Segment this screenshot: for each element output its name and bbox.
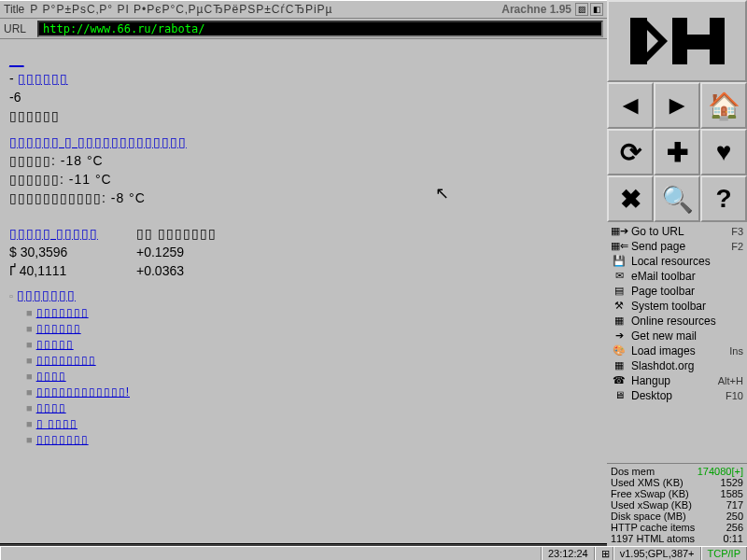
status-icon: ⊞ xyxy=(595,547,613,560)
weather-3: ▯▯▯▯▯▯▯▯▯▯▯: -8 °C xyxy=(9,190,598,205)
stat-value: 717 xyxy=(726,499,743,511)
add-button[interactable]: ✚ xyxy=(654,129,700,175)
title-icon-1[interactable]: ▨ xyxy=(575,3,588,16)
stat-row: Used xSwap (KB)717 xyxy=(611,499,743,511)
text-glyph-1: ▯▯▯▯▯▯ xyxy=(9,108,598,123)
status-version: v1.95;GPL,387+ xyxy=(613,547,701,560)
stat-row: Dos mem174080[+] xyxy=(611,466,743,477)
bullet-icon: ■ xyxy=(26,323,33,334)
list-head-link[interactable]: ▯▯▯▯▯▯▯ xyxy=(17,287,76,302)
rate-eur: Ґ 40,1111 xyxy=(9,263,121,278)
menu-item[interactable]: ▦➔Go to URLF3 xyxy=(607,224,747,239)
list-item[interactable]: ▯▯▯▯▯▯▯▯ xyxy=(36,354,96,367)
bullet-icon: ■ xyxy=(26,434,33,445)
menu-item[interactable]: ▦⇐Send pageF2 xyxy=(607,239,747,254)
menu-item[interactable]: ⚒System toolbar xyxy=(607,299,747,314)
stats-panel: Dos mem174080[+]Used XMS (KB)1529Free xS… xyxy=(607,463,747,546)
link-1[interactable]: ▯▯▯▯▯▯ xyxy=(18,71,68,86)
menu-label: Load images xyxy=(631,344,729,357)
list-item[interactable]: ▯▯▯▯▯ xyxy=(36,338,74,351)
stat-row: Used XMS (KB)1529 xyxy=(611,477,743,488)
stat-value: 250 xyxy=(726,511,743,522)
menu-icon: 🎨 xyxy=(611,344,627,357)
list-item[interactable]: ▯▯▯▯▯▯▯ xyxy=(36,306,89,319)
menu-list: ▦➔Go to URLF3▦⇐Send pageF2💾Local resourc… xyxy=(607,222,747,463)
stat-row: Disk space (MB)250 xyxy=(611,511,743,522)
url-input[interactable] xyxy=(37,21,603,37)
stat-label: Used XMS (KB) xyxy=(611,477,684,488)
menu-shortcut: Ins xyxy=(729,345,743,357)
menu-item[interactable]: ▤Page toolbar xyxy=(607,284,747,299)
bullet-icon: ■ xyxy=(26,402,33,413)
stat-value: 1529 xyxy=(721,477,743,488)
list-item[interactable]: ▯ ▯▯▯▯ xyxy=(36,417,78,430)
rate-eur-delta: +0.0363 xyxy=(136,263,184,278)
bullet-icon: ■ xyxy=(26,339,33,350)
home-button[interactable]: 🏠 xyxy=(700,82,747,129)
stat-label: HTTP cache items xyxy=(611,522,695,533)
favorite-button[interactable]: ♥ xyxy=(700,129,747,175)
close-button[interactable]: ✖ xyxy=(607,175,654,222)
page-title: Р Р°Р±РѕС‚Р° РІ Р•РєР°С‚РµСЂРёРЅР±СѓСЂРі… xyxy=(30,3,501,16)
menu-label: Hangup xyxy=(631,374,718,387)
reload-button[interactable]: ⟳ xyxy=(607,129,654,175)
stat-label: Disk space (MB) xyxy=(611,511,686,522)
menu-item[interactable]: 🖥DesktopF10 xyxy=(607,388,747,403)
bullet-icon: ■ xyxy=(26,418,33,429)
menu-icon: ▦ xyxy=(611,315,627,328)
svg-rect-4 xyxy=(672,35,725,49)
list-item[interactable]: ▯▯▯▯▯▯▯ xyxy=(36,433,89,446)
menu-item[interactable]: ✉eMail toolbar xyxy=(607,269,747,284)
stat-value: 256 xyxy=(726,522,743,533)
page-content: __ - ▯▯▯▯▯▯ -6 ▯▯▯▯▯▯ ▯▯▯▯▯▯ ▯ ▯▯▯▯▯▯▯▯▯… xyxy=(0,39,607,543)
list-item[interactable]: ▯▯▯▯▯▯ xyxy=(36,322,81,335)
menu-item[interactable]: 🎨Load imagesIns xyxy=(607,343,747,358)
link-weather[interactable]: ▯▯▯▯▯▯ ▯ ▯▯▯▯▯▯▯▯▯▯▯▯▯ xyxy=(9,134,187,149)
menu-label: Send page xyxy=(631,240,731,253)
menu-item[interactable]: ☎HangupAlt+H xyxy=(607,373,747,388)
stat-label: Used xSwap (KB) xyxy=(611,499,692,511)
browser-brand: Arachne 1.95 xyxy=(501,3,571,16)
search-button[interactable]: 🔍 xyxy=(654,175,700,222)
url-bar: URL xyxy=(0,19,607,39)
menu-shortcut: F2 xyxy=(731,241,743,252)
stat-value: 1585 xyxy=(721,488,743,499)
logo-icon[interactable] xyxy=(607,0,747,82)
menu-icon: ☎ xyxy=(611,374,627,387)
menu-icon: ▤ xyxy=(611,285,627,298)
menu-item[interactable]: 💾Local resources xyxy=(607,254,747,269)
list-item[interactable]: ▯▯▯▯▯▯▯▯▯▯▯▯! xyxy=(36,385,130,399)
menu-shortcut: Alt+H xyxy=(718,375,743,386)
separator xyxy=(0,543,607,546)
link-rates[interactable]: ▯▯▯▯▯ ▯▯▯▯▯ xyxy=(9,226,98,241)
menu-icon: 🖥 xyxy=(611,389,627,402)
status-bar: 23:12:24 ⊞ v1.95;GPL,387+ TCP/IP xyxy=(0,546,747,560)
menu-label: Local resources xyxy=(631,255,743,268)
back-button[interactable]: ◄ xyxy=(607,82,654,129)
stat-row: Free xSwap (KB)1585 xyxy=(611,488,743,499)
link-top[interactable]: __ xyxy=(9,52,24,67)
help-button[interactable]: ? xyxy=(700,175,747,222)
forward-button[interactable]: ► xyxy=(654,82,700,129)
menu-label: Get new mail xyxy=(631,329,743,343)
title-icon-2[interactable]: ◧ xyxy=(590,3,603,16)
stat-row: 1197 HTML atoms0:11 xyxy=(611,533,743,544)
status-time: 23:12:24 xyxy=(542,547,595,560)
menu-item[interactable]: ➔Get new mail xyxy=(607,329,747,343)
stat-row: HTTP cache items256 xyxy=(611,522,743,533)
menu-icon: ▦ xyxy=(611,359,627,372)
menu-item[interactable]: ▦Online resources xyxy=(607,314,747,329)
status-net: TCP/IP xyxy=(701,547,747,560)
list-item[interactable]: ▯▯▯▯ xyxy=(36,401,66,414)
url-label: URL xyxy=(4,22,37,35)
menu-item[interactable]: ▦Slashdot.org xyxy=(607,358,747,373)
list-item[interactable]: ▯▯▯▯ xyxy=(36,370,66,383)
menu-icon: ▦⇐ xyxy=(611,240,627,253)
bullet-icon: ■ xyxy=(26,371,33,382)
text-rates: ▯▯ ▯▯▯▯▯▯▯ xyxy=(136,226,217,241)
title-bar: Title Р Р°Р±РѕС‚Р° РІ Р•РєР°С‚РµСЂРёРЅР±… xyxy=(0,0,607,19)
bullet-icon: ■ xyxy=(26,355,33,366)
menu-label: eMail toolbar xyxy=(631,270,743,283)
weather-1: ▯▯▯▯▯: -18 °C xyxy=(9,153,598,168)
menu-shortcut: F3 xyxy=(731,226,743,237)
